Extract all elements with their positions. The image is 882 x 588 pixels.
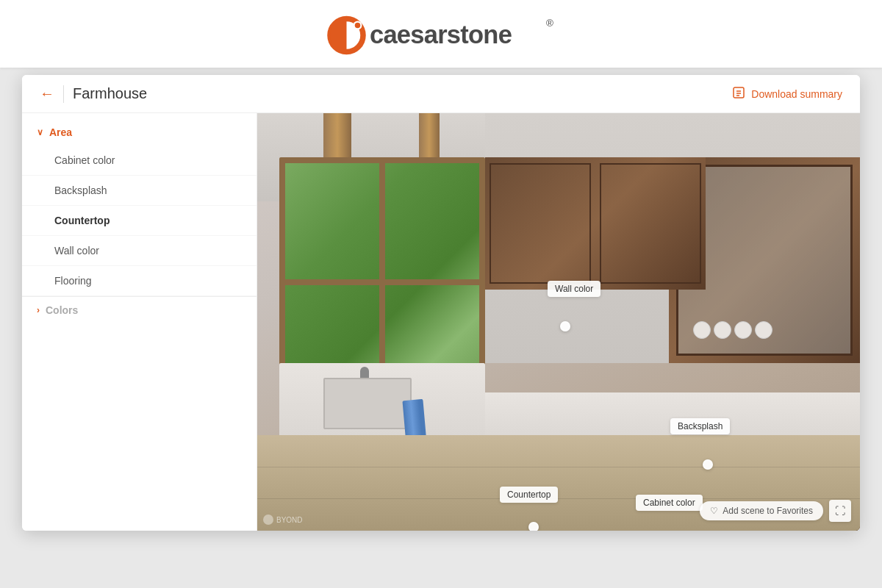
upper-cabinets-center (485, 157, 706, 290)
svg-point-2 (354, 23, 360, 29)
dot-wall-color (560, 321, 570, 331)
back-button[interactable]: ← (40, 85, 54, 102)
scene-viewer: Wall color Backsplash Cabinet color Cabi… (257, 113, 860, 531)
annotation-cabinet-color-lower[interactable]: Cabinet color (636, 495, 703, 511)
logo-area: caesarstone ® (0, 0, 882, 68)
content-area: ∨ Area Cabinet color Backsplash Countert… (22, 113, 860, 531)
byond-logo-icon (263, 514, 273, 525)
dot-countertop (528, 522, 539, 531)
annotation-backsplash-label: Backsplash (678, 421, 723, 431)
app-frame: ← Farmhouse Download summary ∨ Area (22, 75, 860, 531)
divider (63, 85, 64, 103)
area-section-header[interactable]: ∨ Area (22, 119, 257, 146)
svg-text:caesarstone: caesarstone (370, 21, 512, 49)
colors-section-label: Colors (46, 304, 78, 316)
upper-cabinet-door-left (490, 163, 591, 284)
dish-item (734, 321, 752, 339)
download-summary-button[interactable]: Download summary (732, 86, 842, 101)
dot-backsplash (703, 459, 713, 470)
colors-section-header[interactable]: › Colors (22, 296, 257, 323)
annotation-countertop[interactable]: Countertop (500, 487, 558, 503)
dish-item (693, 321, 711, 339)
area-section-label: Area (49, 126, 72, 138)
favorites-label: Add scene to Favorites (723, 506, 813, 516)
colors-chevron-icon: › (37, 305, 40, 315)
floor-line (257, 467, 860, 467)
annotation-cabinet-color-lower-label: Cabinet color (643, 498, 695, 508)
byond-label: BYOND (276, 516, 303, 524)
svg-rect-5 (734, 87, 744, 98)
annotation-countertop-label: Countertop (507, 490, 551, 500)
cabinet-contents (693, 321, 836, 339)
sink-basin (323, 378, 412, 429)
byond-watermark: BYOND (263, 514, 303, 525)
fullscreen-icon: ⛶ (835, 505, 845, 517)
dish-item (755, 321, 772, 339)
header-bar: ← Farmhouse Download summary (22, 75, 860, 113)
floor-line (257, 498, 860, 499)
upper-cabinet-door-right (600, 163, 701, 284)
caesarstone-logo: caesarstone ® (326, 13, 557, 57)
viewer-bottom-bar: ♡ Add scene to Favorites ⛶ (700, 500, 851, 522)
sidebar-item-cabinet-color[interactable]: Cabinet color (22, 146, 257, 176)
sidebar-item-countertop[interactable]: Countertop (22, 206, 257, 236)
sidebar: ∨ Area Cabinet color Backsplash Countert… (22, 113, 257, 531)
svg-text:®: ® (546, 18, 553, 29)
heart-icon: ♡ (710, 506, 718, 516)
dish-item (714, 321, 731, 339)
annotation-wall-color[interactable]: Wall color (548, 281, 600, 297)
header-left: ← Farmhouse (40, 85, 147, 103)
sidebar-item-backsplash[interactable]: Backsplash (22, 176, 257, 206)
sidebar-item-flooring[interactable]: Flooring (22, 266, 257, 296)
annotation-backsplash[interactable]: Backsplash (670, 418, 730, 434)
annotation-wall-color-label: Wall color (555, 284, 593, 294)
add-to-favorites-button[interactable]: ♡ Add scene to Favorites (700, 501, 823, 520)
fullscreen-button[interactable]: ⛶ (829, 500, 851, 522)
page-title: Farmhouse (73, 85, 147, 102)
download-summary-label: Download summary (751, 88, 842, 100)
download-icon (732, 86, 745, 101)
area-chevron-icon: ∨ (37, 127, 43, 137)
sidebar-item-wall-color[interactable]: Wall color (22, 236, 257, 266)
